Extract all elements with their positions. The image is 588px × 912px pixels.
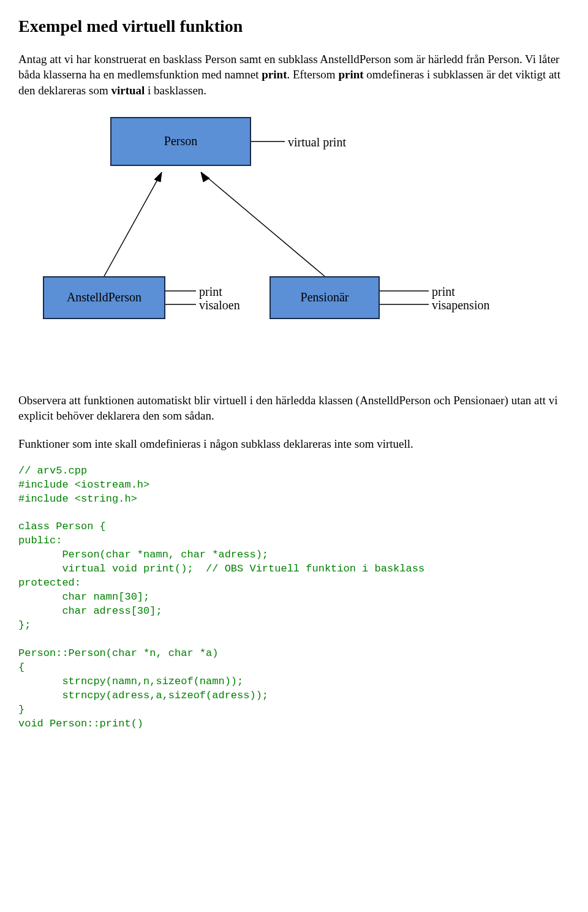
intro-bold-1: print bbox=[262, 68, 287, 81]
code-block: // arv5.cpp #include <iostream.h> #inclu… bbox=[18, 464, 570, 731]
box-person-label: Person bbox=[164, 133, 197, 149]
class-diagram: Person virtual print AnstelldPerson prin… bbox=[18, 111, 570, 368]
pensionar-method-visapension: visapension bbox=[432, 297, 489, 314]
svg-line-7 bbox=[201, 172, 325, 276]
person-method-label: virtual print bbox=[288, 134, 346, 151]
svg-line-5 bbox=[104, 172, 162, 276]
anstelld-method-visaloen: visaloen bbox=[199, 297, 240, 314]
intro-text-4: i basklassen. bbox=[145, 84, 206, 97]
box-anstelld-label: AnstelldPerson bbox=[67, 289, 141, 306]
box-person: Person bbox=[110, 117, 251, 166]
box-pensionar-label: Pensionär bbox=[301, 289, 349, 306]
intro-bold-3: virtual bbox=[111, 84, 145, 97]
box-pensionar: Pensionär bbox=[270, 276, 380, 319]
svg-marker-6 bbox=[154, 172, 162, 182]
svg-marker-8 bbox=[201, 172, 209, 182]
box-anstelld-person: AnstelldPerson bbox=[43, 276, 165, 319]
page-title: Exempel med virtuell funktion bbox=[18, 15, 570, 38]
intro-paragraph: Antag att vi har konstruerat en basklass… bbox=[18, 51, 570, 99]
intro-bold-2: print bbox=[338, 68, 363, 81]
observation-paragraph: Observera att funktionen automatiskt bli… bbox=[18, 393, 570, 424]
intro-text-2: . Eftersom bbox=[287, 68, 338, 81]
non-virtual-paragraph: Funktioner som inte skall omdefinieras i… bbox=[18, 436, 570, 452]
